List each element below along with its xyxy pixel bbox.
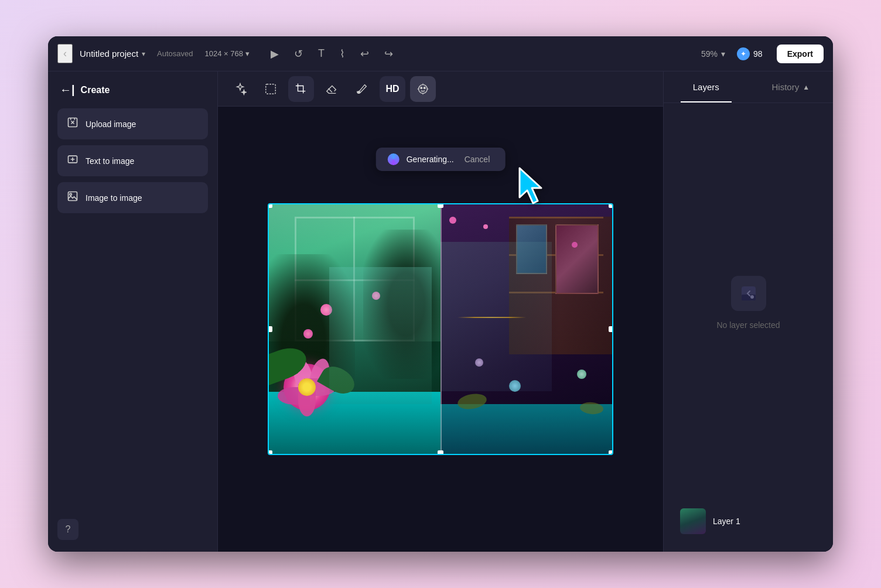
sidebar-item-upload-image[interactable]: Upload image	[57, 108, 208, 139]
cancel-button[interactable]: Cancel	[461, 153, 494, 165]
right-panels: Layers History ▲ No layer sel	[663, 71, 833, 552]
sidebar-title: Create	[81, 85, 110, 95]
cursor-tool-icon[interactable]: ▶	[268, 45, 281, 63]
rotate-tool-icon[interactable]: ↺	[292, 45, 305, 63]
canvas-dimensions[interactable]: 1024 × 768 ▾	[205, 49, 250, 58]
help-button[interactable]: ?	[57, 519, 78, 540]
sidebar-back-icon: ←|	[60, 83, 75, 97]
layers-tab-label: Layers	[693, 82, 719, 92]
face-enhance-button[interactable]	[410, 76, 436, 102]
cursor-pointer	[517, 165, 558, 209]
dimensions-chevron-icon: ▾	[245, 49, 250, 58]
undo-icon[interactable]: ↩	[358, 45, 371, 63]
upload-image-label: Upload image	[86, 119, 136, 129]
zoom-control[interactable]: 59% ▾	[696, 47, 730, 61]
tab-history[interactable]: History ▲	[749, 71, 834, 102]
canvas-area: HD Generating...	[218, 71, 663, 552]
svg-point-8	[424, 87, 425, 88]
history-tab-label: History	[771, 82, 799, 92]
svg-point-3	[70, 193, 71, 195]
svg-point-7	[421, 87, 422, 88]
svg-rect-2	[69, 192, 77, 201]
app-window: ‹ Untitled project ▾ Autosaved 1024 × 76…	[48, 36, 833, 552]
svg-point-6	[419, 84, 428, 93]
project-title[interactable]: Untitled project ▾	[80, 49, 145, 59]
dimensions-label: 1024 × 768	[205, 49, 243, 58]
credits-display: ✦ 98	[737, 47, 763, 60]
project-name-label: Untitled project	[80, 49, 138, 59]
header-tools: ▶ ↺ T ⌇ ↩ ↪	[268, 45, 395, 63]
brush-button[interactable]	[349, 76, 375, 102]
crop-button[interactable]	[288, 76, 314, 102]
autosaved-status: Autosaved	[157, 49, 193, 58]
svg-marker-9	[520, 168, 541, 203]
header: ‹ Untitled project ▾ Autosaved 1024 × 76…	[48, 36, 833, 71]
layers-list: Layer 1	[664, 502, 833, 552]
canvas-toolbar: HD	[218, 71, 663, 107]
canvas-image[interactable]	[268, 203, 613, 455]
eraser-button[interactable]	[319, 76, 344, 102]
canvas-left-panel	[269, 204, 440, 454]
zoom-chevron-icon: ▾	[721, 49, 725, 59]
panels-header: Layers History ▲	[664, 71, 833, 103]
layer-name-label: Layer 1	[713, 517, 740, 526]
image-to-image-label: Image to image	[86, 193, 142, 203]
upload-image-icon	[67, 117, 78, 131]
svg-rect-4	[266, 84, 276, 94]
help-icon: ?	[66, 524, 71, 535]
export-button[interactable]: Export	[777, 45, 824, 63]
zoom-label: 59%	[701, 49, 718, 59]
svg-point-5	[358, 91, 360, 93]
generating-spinner	[388, 153, 399, 165]
hd-button[interactable]: HD	[380, 76, 405, 102]
sidebar-item-text-to-image[interactable]: Text to image	[57, 145, 208, 176]
sidebar: ←| Create Upload image	[48, 71, 218, 552]
tab-layers[interactable]: Layers	[664, 71, 749, 102]
no-layer-text: No layer selected	[716, 320, 780, 330]
text-to-image-icon	[67, 153, 78, 168]
back-button[interactable]: ‹	[57, 44, 73, 63]
canvas-right-panel	[440, 204, 612, 454]
text-to-image-label: Text to image	[86, 156, 134, 166]
sidebar-header: ←| Create	[57, 83, 208, 97]
redo-icon[interactable]: ↪	[382, 45, 395, 63]
credits-icon: ✦	[737, 47, 750, 60]
project-chevron-icon: ▾	[142, 50, 145, 58]
selection-button[interactable]	[258, 76, 284, 102]
hd-label: HD	[385, 84, 399, 94]
panels-content: No layer selected	[664, 103, 833, 502]
sidebar-item-image-to-image[interactable]: Image to image	[57, 182, 208, 213]
pen-tool-icon[interactable]: ⌇	[337, 45, 347, 63]
sidebar-footer: ?	[57, 519, 208, 540]
layer-thumb-image	[680, 508, 706, 534]
generating-label: Generating...	[407, 155, 454, 164]
main-area: ←| Create Upload image	[48, 71, 833, 552]
layer-thumbnail	[680, 508, 706, 534]
no-layer-icon	[731, 276, 766, 311]
canvas-wrapper[interactable]: Generating... Cancel	[218, 107, 663, 552]
svg-point-12	[750, 295, 754, 299]
history-chevron-icon: ▲	[803, 83, 810, 91]
credits-count: 98	[753, 49, 763, 59]
text-tool-icon[interactable]: T	[316, 45, 327, 62]
image-to-image-icon	[67, 190, 78, 205]
generating-toast: Generating... Cancel	[376, 148, 506, 171]
layer-item[interactable]: Layer 1	[673, 502, 824, 540]
magic-select-button[interactable]	[227, 76, 253, 102]
